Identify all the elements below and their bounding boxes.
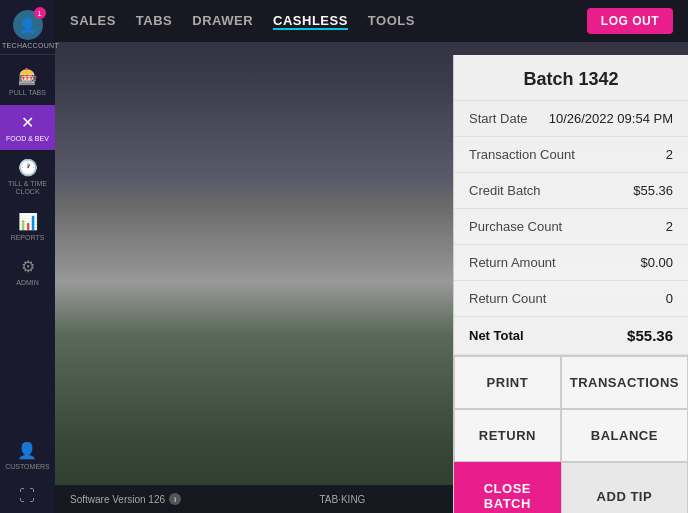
start-date-value: 10/26/2022 09:54 PM [549, 111, 673, 126]
net-total-value: $55.36 [627, 327, 673, 344]
net-total-label: Net Total [469, 328, 524, 343]
transaction-count-value: 2 [666, 147, 673, 162]
sidebar-item-admin[interactable]: ⚙ ADMIN [0, 249, 55, 295]
nav-tabs[interactable]: TABS [136, 13, 172, 30]
sidebar-item-pull-tabs[interactable]: 🎰 PULL TABS [0, 59, 55, 105]
transaction-count-label: Transaction Count [469, 147, 575, 162]
account-section: 👤 1 TECHACCOUNT [0, 5, 55, 55]
print-button[interactable]: PRINT [454, 356, 561, 409]
return-amount-label: Return Amount [469, 255, 556, 270]
purchase-count-value: 2 [666, 219, 673, 234]
purchase-count-label: Purchase Count [469, 219, 562, 234]
batch-title: Batch 1342 [454, 55, 688, 101]
pull-tabs-icon: 🎰 [18, 67, 38, 86]
info-icon: i [169, 493, 181, 505]
account-icon: 👤 1 [13, 10, 43, 40]
return-count-value: 0 [666, 291, 673, 306]
nav-tools[interactable]: TOOLS [368, 13, 415, 30]
return-count-label: Return Count [469, 291, 546, 306]
sidebar-item-label: REPORTS [11, 234, 45, 242]
sidebar-item-label: TILL & TIME CLOCK [2, 180, 53, 195]
logout-button[interactable]: LOG OUT [587, 8, 673, 34]
close-batch-button[interactable]: CLOSE BATCH [454, 462, 561, 513]
version-info: Software Version 126 i [70, 493, 181, 505]
nav-cashless[interactable]: CASHLESS [273, 13, 348, 30]
batch-row-transaction-count: Transaction Count 2 [454, 137, 688, 173]
expand-icon: ⛶ [19, 487, 35, 505]
batch-rows: Start Date 10/26/2022 09:54 PM Transacti… [454, 101, 688, 355]
credit-batch-value: $55.36 [633, 183, 673, 198]
food-bev-icon: ✕ [21, 113, 34, 132]
add-tip-button[interactable]: ADD TIP [561, 462, 688, 513]
sidebar-item-label: ADMIN [16, 279, 39, 287]
nav-sales[interactable]: SALES [70, 13, 116, 30]
batch-row-return-count: Return Count 0 [454, 281, 688, 317]
brand-label: TAB·KING [319, 494, 365, 505]
transactions-button[interactable]: TRANSACTIONS [561, 356, 688, 409]
batch-row-start-date: Start Date 10/26/2022 09:54 PM [454, 101, 688, 137]
sidebar-item-label: PULL TABS [9, 89, 46, 97]
batch-row-net-total: Net Total $55.36 [454, 317, 688, 355]
top-navigation: SALES TABS DRAWER CASHLESS TOOLS LOG OUT [55, 0, 688, 42]
account-badge: 1 [34, 7, 46, 19]
batch-row-purchase-count: Purchase Count 2 [454, 209, 688, 245]
reports-icon: 📊 [18, 212, 38, 231]
nav-drawer[interactable]: DRAWER [192, 13, 253, 30]
batch-row-return-amount: Return Amount $0.00 [454, 245, 688, 281]
return-amount-value: $0.00 [640, 255, 673, 270]
customers-icon: 👤 [17, 441, 37, 460]
balance-button[interactable]: BALANCE [561, 409, 688, 462]
sidebar-item-customers[interactable]: 👤 CUSTOMERS [3, 433, 52, 479]
sidebar-item-food-bev[interactable]: ✕ FOOD & BEV [0, 105, 55, 151]
nav-links: SALES TABS DRAWER CASHLESS TOOLS [70, 13, 415, 30]
credit-batch-label: Credit Batch [469, 183, 541, 198]
start-date-label: Start Date [469, 111, 528, 126]
admin-icon: ⚙ [21, 257, 35, 276]
sidebar-item-reports[interactable]: 📊 REPORTS [0, 204, 55, 250]
batch-actions: PRINT TRANSACTIONS RETURN BALANCE CLOSE … [454, 355, 688, 513]
sidebar-bottom: 👤 CUSTOMERS ⛶ [3, 433, 52, 513]
version-label: Software Version 126 [70, 494, 165, 505]
batch-row-credit-batch: Credit Batch $55.36 [454, 173, 688, 209]
return-button[interactable]: RETURN [454, 409, 561, 462]
till-icon: 🕐 [18, 158, 38, 177]
sidebar-item-expand[interactable]: ⛶ [3, 479, 52, 513]
sidebar-item-label: CUSTOMERS [5, 463, 50, 471]
sidebar-item-label: FOOD & BEV [6, 135, 49, 143]
sidebar-item-till-time-clock[interactable]: 🕐 TILL & TIME CLOCK [0, 150, 55, 203]
batch-panel: Batch 1342 Start Date 10/26/2022 09:54 P… [453, 55, 688, 513]
account-label: TECHACCOUNT [2, 42, 53, 49]
sidebar: 👤 1 TECHACCOUNT 🎰 PULL TABS ✕ FOOD & BEV… [0, 0, 55, 513]
